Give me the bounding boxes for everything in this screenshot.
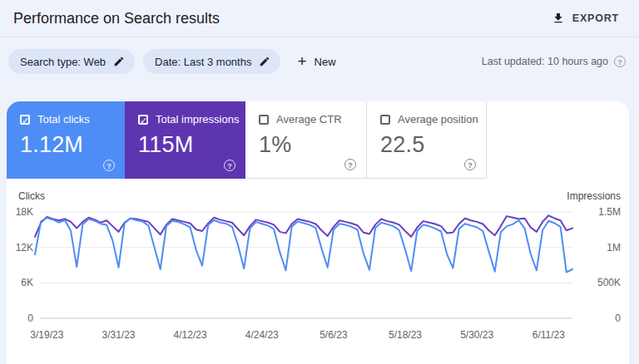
- export-button[interactable]: EXPORT: [545, 7, 626, 30]
- new-filter-button[interactable]: + New: [289, 52, 344, 71]
- x-axis-tick: 4/24/23: [245, 329, 279, 341]
- performance-chart: ClicksImpressions18K1.5M12K1M6K500K003/1…: [7, 179, 629, 352]
- right-axis-tick: 1M: [607, 242, 621, 253]
- total-clicks-line: [35, 218, 572, 272]
- x-axis-tick: 3/31/23: [102, 329, 135, 341]
- search-console-performance-page: Performance on Search results EXPORT Sea…: [0, 0, 639, 364]
- page-header: Performance on Search results EXPORT: [0, 0, 639, 37]
- average-ctr-checkbox[interactable]: [259, 115, 269, 125]
- help-icon[interactable]: ?: [103, 160, 115, 171]
- plus-icon: +: [297, 55, 306, 68]
- search-type-chip[interactable]: Search type: Web: [8, 49, 135, 74]
- x-axis-tick: 5/30/23: [460, 329, 493, 341]
- help-icon[interactable]: ?: [224, 160, 235, 171]
- left-axis-tick: 0: [27, 312, 33, 324]
- edit-pencil-icon: [259, 56, 270, 67]
- filter-bar: Search type: Web Date: Last 3 months + N…: [0, 37, 639, 74]
- total-clicks-card[interactable]: ✓ Total clicks 1.12M ?: [7, 101, 125, 179]
- performance-chart-svg: ClicksImpressions18K1.5M12K1M6K500K003/1…: [7, 189, 629, 348]
- export-label: EXPORT: [572, 12, 619, 24]
- right-axis-tick: 1.5M: [598, 206, 621, 218]
- left-axis-tick: 12K: [16, 242, 33, 253]
- total-impressions-card[interactable]: ✓ Total impressions 115M ?: [125, 101, 245, 179]
- performance-panel: ✓ Total clicks 1.12M ? ✓ Total impressio…: [7, 101, 629, 364]
- left-axis-title: Clicks: [18, 190, 45, 202]
- x-axis-tick: 5/18/23: [389, 329, 422, 341]
- last-updated: Last updated: 10 hours ago ?: [482, 56, 626, 67]
- average-position-card[interactable]: Average position 22.5 ?: [366, 101, 487, 179]
- right-axis-title: Impressions: [567, 190, 621, 202]
- average-position-checkbox[interactable]: [380, 115, 390, 125]
- page-title: Performance on Search results: [13, 10, 220, 27]
- help-icon[interactable]: ?: [464, 159, 476, 170]
- filter-chips: Search type: Web Date: Last 3 months + N…: [8, 49, 344, 74]
- total-impressions-value: 115M: [138, 133, 235, 158]
- right-axis-tick: 0: [615, 312, 621, 324]
- x-axis-tick: 6/11/23: [532, 329, 565, 341]
- date-range-chip-label: Date: Last 3 months: [155, 56, 251, 68]
- total-clicks-checkbox[interactable]: ✓: [20, 115, 30, 125]
- total-clicks-label: Total clicks: [37, 113, 90, 125]
- last-updated-text: Last updated: 10 hours ago: [482, 56, 608, 67]
- x-axis-tick: 4/12/23: [174, 329, 207, 341]
- left-axis-tick: 18K: [16, 206, 33, 218]
- help-icon[interactable]: ?: [344, 159, 356, 170]
- date-range-chip[interactable]: Date: Last 3 months: [143, 49, 280, 74]
- average-ctr-label: Average CTR: [276, 113, 342, 125]
- average-position-label: Average position: [398, 113, 478, 125]
- total-impressions-line: [35, 215, 572, 237]
- total-impressions-label: Total impressions: [156, 113, 239, 125]
- x-axis-tick: 3/19/23: [30, 329, 63, 341]
- total-impressions-checkbox[interactable]: ✓: [138, 115, 148, 125]
- edit-pencil-icon: [113, 56, 125, 67]
- metric-cards: ✓ Total clicks 1.12M ? ✓ Total impressio…: [7, 101, 629, 179]
- average-ctr-card[interactable]: Average CTR 1% ?: [245, 101, 366, 179]
- new-filter-label: New: [315, 56, 336, 68]
- right-axis-tick: 500K: [597, 277, 621, 288]
- average-ctr-value: 1%: [259, 133, 356, 158]
- x-axis-tick: 5/6/23: [320, 329, 348, 341]
- average-position-value: 22.5: [380, 133, 476, 158]
- download-icon: [552, 12, 565, 25]
- search-type-chip-label: Search type: Web: [20, 56, 106, 68]
- left-axis-tick: 6K: [21, 277, 33, 288]
- help-icon[interactable]: ?: [614, 56, 626, 67]
- total-clicks-value: 1.12M: [20, 133, 115, 158]
